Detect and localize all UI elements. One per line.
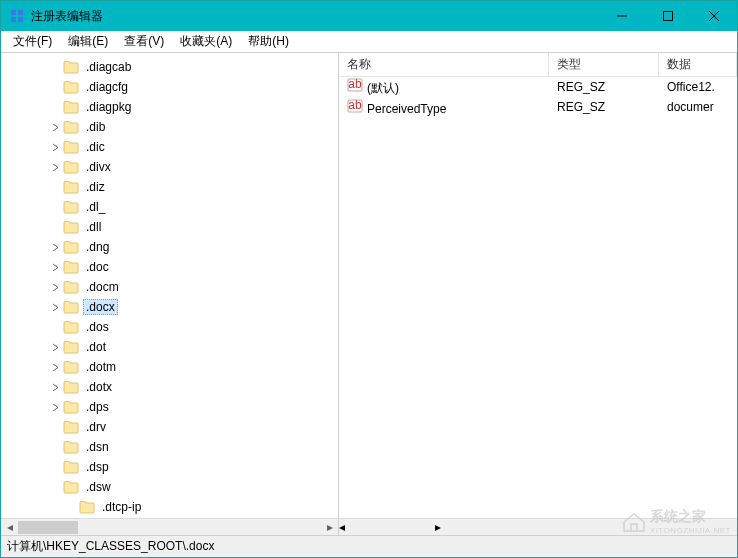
tree-node[interactable]: .dot (1, 337, 338, 357)
minimize-button[interactable] (599, 1, 645, 31)
list-row[interactable]: ab(默认)REG_SZOffice12. (339, 77, 737, 97)
folder-icon (63, 260, 79, 274)
scroll-thumb[interactable] (18, 521, 78, 534)
folder-icon (63, 280, 79, 294)
tree-node[interactable]: .dsn (1, 437, 338, 457)
menu-favorites[interactable]: 收藏夹(A) (172, 31, 240, 52)
tree-node[interactable]: .doc (1, 257, 338, 277)
value-list[interactable]: ab(默认)REG_SZOffice12.abPerceivedTypeREG_… (339, 77, 737, 117)
menu-view[interactable]: 查看(V) (116, 31, 172, 52)
tree-node-label: .dos (83, 319, 112, 335)
tree-node[interactable]: .divx (1, 157, 338, 177)
folder-icon (63, 240, 79, 254)
folder-icon (63, 180, 79, 194)
column-header-data[interactable]: 数据 (659, 53, 737, 76)
scroll-track[interactable] (18, 519, 321, 536)
tree-node[interactable]: .diagcab (1, 57, 338, 77)
scroll-left-arrow-icon[interactable]: ◂ (339, 520, 345, 534)
tree-node[interactable]: .drv (1, 417, 338, 437)
expand-icon[interactable] (49, 341, 61, 353)
expand-icon[interactable] (49, 301, 61, 313)
tree-node[interactable]: .dng (1, 237, 338, 257)
tree-node[interactable]: .dps (1, 397, 338, 417)
tree-node-label: .dsn (83, 439, 112, 455)
folder-icon (63, 380, 79, 394)
tree-node[interactable]: .dib (1, 117, 338, 137)
expand-icon[interactable] (49, 241, 61, 253)
folder-icon (63, 460, 79, 474)
list-row[interactable]: abPerceivedTypeREG_SZdocumer (339, 97, 737, 117)
folder-icon (63, 440, 79, 454)
tree-node-label: .divx (83, 159, 114, 175)
tree-node[interactable]: .diagcfg (1, 77, 338, 97)
expand-icon[interactable] (49, 261, 61, 273)
tree-node[interactable]: .dtcp-ip (1, 497, 338, 517)
tree-node[interactable]: .dos (1, 317, 338, 337)
registry-tree[interactable]: .diagcab.diagcfg.diagpkg.dib.dic.divx.di… (1, 53, 338, 518)
tree-node[interactable]: .diagpkg (1, 97, 338, 117)
statusbar: 计算机\HKEY_CLASSES_ROOT\.docx (1, 535, 737, 557)
content-area: .diagcab.diagcfg.diagpkg.dib.dic.divx.di… (1, 53, 737, 535)
column-header-type[interactable]: 类型 (549, 53, 659, 76)
tree-node-label: .diz (83, 179, 108, 195)
column-header-name[interactable]: 名称 (339, 53, 549, 76)
tree-node[interactable]: .dic (1, 137, 338, 157)
scroll-right-arrow-icon[interactable]: ▸ (321, 519, 338, 536)
value-name: PerceivedType (367, 102, 446, 116)
folder-icon (63, 320, 79, 334)
tree-node[interactable]: .dsw (1, 477, 338, 497)
tree-node[interactable]: .dsp (1, 457, 338, 477)
expand-icon[interactable] (49, 381, 61, 393)
tree-node-label: .docm (83, 279, 122, 295)
scroll-right-arrow-icon[interactable]: ▸ (435, 520, 441, 534)
expand-icon[interactable] (49, 281, 61, 293)
expand-icon[interactable] (49, 141, 61, 153)
folder-icon (63, 120, 79, 134)
tree-node[interactable]: .dl_ (1, 197, 338, 217)
tree-node-label: .diagcfg (83, 79, 131, 95)
tree-node[interactable]: .docx (1, 297, 338, 317)
tree-node-label: .dotm (83, 359, 119, 375)
maximize-button[interactable] (645, 1, 691, 31)
svg-rect-5 (664, 12, 673, 21)
tree-node-label: .dotx (83, 379, 115, 395)
expand-icon[interactable] (49, 121, 61, 133)
cell-data: Office12. (659, 80, 737, 94)
folder-icon (63, 80, 79, 94)
value-name: (默认) (367, 81, 399, 95)
folder-icon (63, 60, 79, 74)
tree-node[interactable]: .dll (1, 217, 338, 237)
tree-node-label: .diagcab (83, 59, 134, 75)
svg-rect-1 (18, 10, 23, 15)
close-button[interactable] (691, 1, 737, 31)
tree-node-label: .dll (83, 219, 104, 235)
tree-node[interactable]: .docm (1, 277, 338, 297)
titlebar: 注册表编辑器 (1, 1, 737, 31)
menubar: 文件(F) 编辑(E) 查看(V) 收藏夹(A) 帮助(H) (1, 31, 737, 53)
tree-node-label: .dps (83, 399, 112, 415)
cell-type: REG_SZ (549, 80, 659, 94)
tree-node[interactable]: .diz (1, 177, 338, 197)
folder-icon (63, 160, 79, 174)
expand-icon[interactable] (49, 401, 61, 413)
tree-horizontal-scrollbar[interactable]: ◂ ▸ (1, 518, 338, 535)
folder-icon (79, 500, 95, 514)
cell-type: REG_SZ (549, 100, 659, 114)
scroll-left-arrow-icon[interactable]: ◂ (1, 519, 18, 536)
tree-node[interactable]: .dotm (1, 357, 338, 377)
cell-name: ab(默认) (339, 78, 549, 97)
expand-icon[interactable] (49, 361, 61, 373)
tree-node-label: .docx (83, 299, 118, 315)
menu-file[interactable]: 文件(F) (5, 31, 60, 52)
tree-node[interactable]: .dotx (1, 377, 338, 397)
expand-icon[interactable] (49, 161, 61, 173)
string-value-icon: ab (347, 99, 363, 113)
menu-edit[interactable]: 编辑(E) (60, 31, 116, 52)
menu-help[interactable]: 帮助(H) (240, 31, 297, 52)
tree-node-label: .dot (83, 339, 109, 355)
cell-name: abPerceivedType (339, 99, 549, 116)
list-horizontal-scrollbar[interactable]: ◂ ▸ (339, 518, 737, 535)
tree-pane: .diagcab.diagcfg.diagpkg.dib.dic.divx.di… (1, 53, 339, 535)
svg-rect-0 (11, 10, 16, 15)
folder-icon (63, 200, 79, 214)
